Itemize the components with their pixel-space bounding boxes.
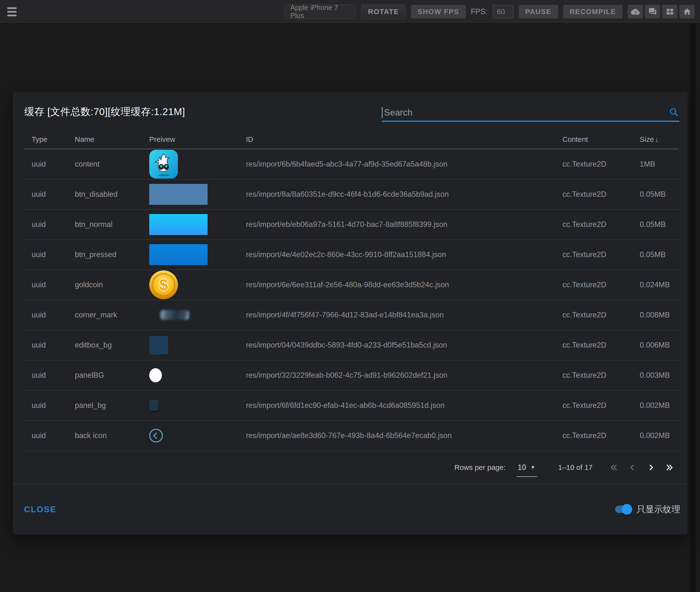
home-icon: [683, 7, 692, 16]
search-field[interactable]: [382, 106, 679, 122]
preview-goldcoin: [149, 270, 178, 299]
cell-name: goldcoin: [75, 281, 149, 289]
pagination-nav: [605, 458, 679, 477]
cell-size: 0.05MB: [640, 190, 679, 199]
cell-name: editbox_bg: [75, 341, 149, 349]
pause-button[interactable]: PAUSE: [519, 5, 558, 18]
page-scrollbar[interactable]: [690, 23, 696, 592]
cell-size: 0.024MB: [640, 281, 679, 289]
cell-id: res/import/ae/ae8e3d60-767e-493b-8a4d-6b…: [246, 431, 562, 440]
cell-preview: [149, 429, 246, 442]
search-icon[interactable]: [668, 106, 679, 119]
preview-editbox-bg: [149, 336, 168, 354]
rows-per-page-value: 10: [518, 463, 526, 472]
grid-table-icon: [665, 7, 674, 16]
preview-corner-mark: [160, 310, 189, 320]
cell-id: res/import/04/0439ddbc-5893-4fd0-a233-d0…: [246, 341, 562, 349]
cell-size: 0.008MB: [640, 310, 679, 319]
console-log-button[interactable]: [645, 5, 660, 18]
cell-name: back icon: [75, 431, 149, 440]
table-body: uuidcontent res/import/6b/6b4faed5-abc3-…: [24, 149, 679, 451]
texture-only-toggle-group: 只显示纹理: [615, 503, 680, 515]
cell-name: panel_bg: [75, 401, 149, 410]
rows-per-page-label: Rows per page:: [454, 463, 505, 472]
cell-preview: [149, 150, 246, 179]
cell-type: uuid: [24, 310, 75, 319]
debug-cloud-button[interactable]: [628, 5, 643, 18]
cell-id: res/import/6e/6ee311af-2e56-480a-98dd-ee…: [246, 281, 562, 289]
cell-preview: [149, 214, 246, 235]
home-button[interactable]: [679, 5, 695, 18]
cell-content: cc.Texture2D: [562, 281, 640, 289]
first-page-icon: [609, 463, 618, 472]
dialog-footer: CLOSE 只显示纹理: [13, 484, 688, 534]
device-select[interactable]: Apple iPhone 7 Plus: [284, 5, 356, 19]
cell-content: cc.Texture2D: [562, 220, 640, 229]
recompile-button[interactable]: RECOMPILE: [563, 5, 623, 18]
hamburger-menu-icon[interactable]: [7, 6, 18, 17]
cell-type: uuid: [24, 371, 75, 380]
device-select-value: Apple iPhone 7 Plus: [290, 4, 350, 20]
cell-id: res/import/8a/8a60351e-d9cc-46f4-b1d6-6c…: [246, 190, 562, 199]
cell-id: res/import/6b/6b4faed5-abc3-4a77-af9d-35…: [246, 160, 562, 168]
cell-type: uuid: [24, 190, 75, 199]
toolbar-icon-group: [628, 5, 695, 18]
cell-name: panelBG: [75, 371, 149, 380]
cell-preview: [149, 368, 246, 382]
search-input[interactable]: [384, 107, 665, 118]
first-page-button[interactable]: [605, 458, 623, 477]
texture-only-label: 只显示纹理: [637, 503, 680, 515]
cell-preview: [149, 336, 246, 354]
table-header-row: Type Name Preivew ID Content Size ↓: [24, 130, 679, 149]
cell-content: cc.Texture2D: [562, 371, 640, 380]
cell-name: btn_pressed: [75, 250, 149, 259]
cell-preview: [149, 184, 246, 205]
preview-btn-disabled: [149, 184, 208, 205]
close-button[interactable]: CLOSE: [20, 502, 60, 516]
cell-size: 0.003MB: [640, 371, 679, 380]
previous-page-button[interactable]: [623, 458, 642, 477]
cell-content: cc.Texture2D: [562, 401, 640, 410]
preview-cocos-logo: [149, 150, 178, 179]
rotate-button[interactable]: ROTATE: [361, 4, 406, 19]
col-header-type: Type: [24, 135, 75, 144]
col-header-content: Content: [562, 135, 640, 144]
chevron-left-icon: [628, 463, 637, 472]
preview-panel-ellipse: [149, 368, 162, 382]
cloud-search-icon: [631, 7, 640, 16]
table-row: uuidbtn_pressedres/import/4e/4e02ec2c-86…: [24, 240, 679, 270]
sort-desc-icon: ↓: [655, 135, 658, 144]
col-header-size[interactable]: Size ↓: [640, 135, 679, 144]
cell-id: res/import/4f/4f756f47-7966-4d12-83ad-e1…: [246, 310, 562, 319]
cell-preview: [149, 310, 246, 320]
table-row: uuidpanel_bgres/import/6f/6fd1ec90-efab-…: [24, 391, 679, 421]
cell-content: cc.Texture2D: [562, 250, 640, 259]
last-page-button[interactable]: [660, 458, 679, 477]
preview-panel-small: [149, 400, 158, 411]
cell-type: uuid: [24, 160, 75, 168]
show-fps-button[interactable]: SHOW FPS: [411, 5, 466, 18]
fps-input[interactable]: [493, 5, 514, 18]
cell-type: uuid: [24, 250, 75, 259]
toggle-knob: [622, 504, 632, 515]
cell-size: 0.006MB: [640, 341, 679, 349]
next-page-button[interactable]: [642, 458, 660, 477]
cell-type: uuid: [24, 401, 75, 410]
cell-id: res/import/eb/eb06a97a-5161-4d70-bac7-8a…: [246, 220, 562, 229]
cell-name: corner_mark: [75, 310, 149, 319]
cell-type: uuid: [24, 281, 75, 289]
chevron-right-icon: [646, 463, 655, 472]
dropdown-caret-icon: ▼: [530, 464, 535, 470]
table-row: uuidbtn_normalres/import/eb/eb06a97a-516…: [24, 210, 679, 240]
cell-size: 0.002MB: [640, 431, 679, 440]
rows-per-page-select[interactable]: 10 ▼: [517, 463, 537, 477]
col-header-name: Name: [75, 135, 149, 144]
cell-name: content: [75, 160, 149, 168]
cell-id: res/import/32/3229feab-b062-4c75-ad91-b9…: [246, 371, 562, 380]
col-header-id: ID: [246, 135, 562, 144]
fps-label: FPS:: [471, 7, 488, 16]
pagination-range-label: 1–10 of 17: [558, 463, 593, 472]
cache-table-button[interactable]: [662, 5, 678, 18]
texture-only-toggle[interactable]: [615, 506, 631, 513]
cell-name: btn_normal: [75, 220, 149, 229]
